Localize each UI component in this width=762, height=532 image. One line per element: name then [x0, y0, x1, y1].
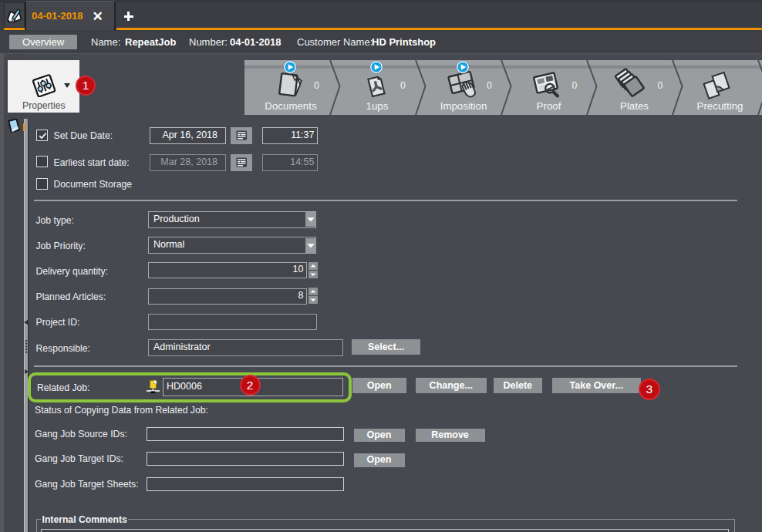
svg-text:Precutting: Precutting	[697, 100, 743, 112]
svg-text:0: 0	[314, 80, 319, 91]
svg-text:Plates: Plates	[620, 100, 649, 112]
svg-text:Documents: Documents	[265, 100, 317, 112]
svg-text:0: 0	[572, 80, 578, 91]
svg-text:0: 0	[400, 80, 406, 91]
svg-text:1ups: 1ups	[366, 100, 389, 112]
svg-text:Proof: Proof	[537, 100, 561, 112]
svg-text:0: 0	[487, 80, 492, 91]
svg-text:0: 0	[658, 80, 663, 91]
svg-text:Imposition: Imposition	[440, 100, 487, 112]
